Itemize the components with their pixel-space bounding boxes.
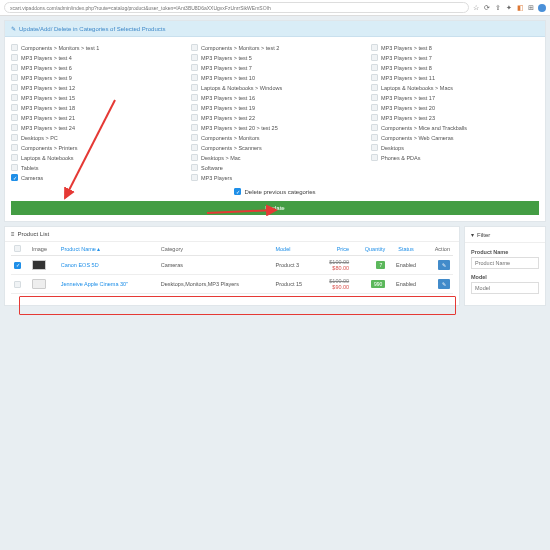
product-name[interactable]: Jenneive Apple Cinema 30" [58, 275, 158, 294]
category-checkbox[interactable] [11, 64, 18, 71]
category-checkbox[interactable] [11, 94, 18, 101]
th-model[interactable]: Model [272, 242, 316, 256]
category-item[interactable]: MP3 Players > test 5 [191, 53, 359, 62]
category-checkbox[interactable] [371, 94, 378, 101]
category-checkbox[interactable] [11, 54, 18, 61]
edit-button[interactable]: ✎ [438, 279, 450, 289]
category-item[interactable]: Desktops > PC [11, 133, 179, 142]
category-checkbox[interactable] [191, 44, 198, 51]
category-checkbox[interactable] [191, 104, 198, 111]
category-item[interactable]: Phones & PDAs [371, 153, 539, 162]
th-price[interactable]: Price [317, 242, 352, 256]
th-qty[interactable]: Quantity [352, 242, 388, 256]
category-item[interactable]: MP3 Players > test 19 [191, 103, 359, 112]
reload-icon[interactable]: ⟳ [483, 4, 491, 12]
category-checkbox[interactable] [191, 64, 198, 71]
category-item[interactable]: MP3 Players > test 10 [191, 73, 359, 82]
category-item[interactable]: MP3 Players > test 6 [11, 63, 179, 72]
category-item[interactable]: MP3 Players [191, 173, 359, 182]
th-status[interactable]: Status [388, 242, 424, 256]
category-checkbox[interactable] [191, 164, 198, 171]
category-checkbox[interactable] [371, 74, 378, 81]
update-button[interactable]: Update [11, 201, 539, 215]
category-checkbox[interactable] [191, 54, 198, 61]
category-item[interactable]: ✓Cameras [11, 173, 179, 182]
url-input[interactable] [4, 2, 469, 13]
category-checkbox[interactable] [11, 134, 18, 141]
category-checkbox[interactable] [11, 84, 18, 91]
th-checkbox[interactable] [11, 242, 29, 256]
category-item[interactable]: Desktops > Mac [191, 153, 359, 162]
product-name[interactable]: Canon EOS 5D [58, 256, 158, 275]
category-item[interactable]: MP3 Players > test 8 [371, 43, 539, 52]
category-item[interactable]: MP3 Players > test 24 [11, 123, 179, 132]
category-item[interactable]: MP3 Players > test 20 > test 25 [191, 123, 359, 132]
category-item[interactable]: MP3 Players > test 23 [371, 113, 539, 122]
category-item[interactable]: Components > Monitors [191, 133, 359, 142]
category-item[interactable]: Components > Monitors > test 2 [191, 43, 359, 52]
th-name[interactable]: Product Name ▴ [58, 242, 158, 256]
category-item[interactable]: Desktops [371, 143, 539, 152]
row-checkbox[interactable]: ✓ [14, 262, 21, 269]
category-item[interactable]: Components > Mice and Trackballs [371, 123, 539, 132]
category-checkbox[interactable] [371, 144, 378, 151]
share-icon[interactable]: ⇪ [494, 4, 502, 12]
category-checkbox[interactable] [191, 74, 198, 81]
edit-button[interactable]: ✎ [438, 260, 450, 270]
category-checkbox[interactable] [191, 144, 198, 151]
category-checkbox[interactable] [191, 124, 198, 131]
category-item[interactable]: MP3 Players > test 7 [191, 63, 359, 72]
category-item[interactable]: Laptops & Notebooks > Macs [371, 83, 539, 92]
category-item[interactable]: Components > Monitors > test 1 [11, 43, 179, 52]
category-checkbox[interactable] [11, 114, 18, 121]
category-item[interactable]: Laptops & Notebooks [11, 153, 179, 162]
filter-name-input[interactable] [471, 257, 539, 269]
category-item[interactable]: MP3 Players > test 20 [371, 103, 539, 112]
filter-model-input[interactable] [471, 282, 539, 294]
row-checkbox[interactable] [14, 281, 21, 288]
category-checkbox[interactable] [371, 114, 378, 121]
category-checkbox[interactable] [191, 174, 198, 181]
category-item[interactable]: Laptops & Notebooks > Windows [191, 83, 359, 92]
profile-avatar[interactable] [538, 4, 546, 12]
category-checkbox[interactable] [191, 84, 198, 91]
category-checkbox[interactable]: ✓ [11, 174, 18, 181]
ext3-icon[interactable]: ⊞ [527, 4, 535, 12]
category-checkbox[interactable] [11, 74, 18, 81]
category-checkbox[interactable] [11, 144, 18, 151]
category-checkbox[interactable] [191, 94, 198, 101]
category-checkbox[interactable] [371, 134, 378, 141]
category-item[interactable] [371, 163, 539, 172]
delete-previous-checkbox[interactable]: ✓ [234, 188, 241, 195]
category-item[interactable]: MP3 Players > test 8 [371, 63, 539, 72]
category-checkbox[interactable] [11, 104, 18, 111]
category-checkbox[interactable] [191, 154, 198, 161]
category-checkbox[interactable] [11, 164, 18, 171]
category-item[interactable]: MP3 Players > test 22 [191, 113, 359, 122]
category-item[interactable]: MP3 Players > test 16 [191, 93, 359, 102]
category-item[interactable]: MP3 Players > test 4 [11, 53, 179, 62]
category-checkbox[interactable] [371, 44, 378, 51]
category-item[interactable]: Components > Printers [11, 143, 179, 152]
category-item[interactable]: MP3 Players > test 18 [11, 103, 179, 112]
category-item[interactable]: Software [191, 163, 359, 172]
category-checkbox[interactable] [371, 104, 378, 111]
category-item[interactable]: Components > Web Cameras [371, 133, 539, 142]
category-checkbox[interactable] [371, 84, 378, 91]
category-item[interactable]: Tablets [11, 163, 179, 172]
category-item[interactable]: MP3 Players > test 11 [371, 73, 539, 82]
category-item[interactable]: MP3 Players > test 7 [371, 53, 539, 62]
category-item[interactable] [371, 173, 539, 182]
category-checkbox[interactable] [11, 44, 18, 51]
category-item[interactable]: MP3 Players > test 17 [371, 93, 539, 102]
category-checkbox[interactable] [371, 154, 378, 161]
ext2-icon[interactable]: ◧ [516, 4, 524, 12]
category-checkbox[interactable] [11, 124, 18, 131]
category-checkbox[interactable] [371, 54, 378, 61]
ext1-icon[interactable]: ✦ [505, 4, 513, 12]
category-item[interactable]: Components > Scanners [191, 143, 359, 152]
category-checkbox[interactable] [11, 154, 18, 161]
category-item[interactable]: MP3 Players > test 15 [11, 93, 179, 102]
category-checkbox[interactable] [191, 134, 198, 141]
star-icon[interactable]: ☆ [472, 4, 480, 12]
